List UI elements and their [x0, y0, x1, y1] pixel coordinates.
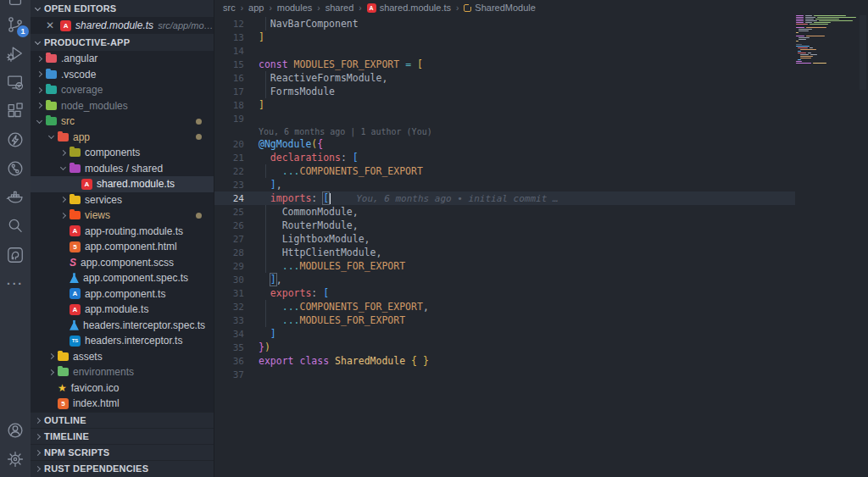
- section-timeline[interactable]: TIMELINE: [31, 428, 214, 444]
- remote-explorer-icon[interactable]: [0, 68, 31, 97]
- line-number[interactable]: 19: [214, 114, 259, 125]
- code-line[interactable]: 15const MODULES_FOR_EXPORT = [: [214, 58, 868, 71]
- code-line[interactable]: 37: [214, 368, 868, 381]
- tree-file-row[interactable]: headers.interceptor.spec.ts: [31, 318, 214, 334]
- line-number[interactable]: 25: [214, 207, 259, 218]
- tree-folder-row[interactable]: environments: [31, 364, 214, 380]
- tree-file-row[interactable]: Aapp.module.ts: [31, 302, 214, 318]
- tree-folder-row[interactable]: app: [31, 130, 214, 146]
- code-line[interactable]: 18]: [214, 98, 868, 112]
- minimap[interactable]: [796, 15, 860, 66]
- code-line[interactable]: 26 RouterModule,: [214, 219, 868, 232]
- line-number[interactable]: 15: [214, 59, 259, 70]
- extensions-icon[interactable]: [0, 97, 31, 125]
- account-icon[interactable]: [0, 416, 31, 445]
- section-outline[interactable]: OUTLINE: [31, 412, 214, 428]
- tree-file-row[interactable]: app.component.spec.ts: [31, 270, 214, 286]
- code-line[interactable]: 23 ],: [214, 178, 868, 191]
- line-number[interactable]: 14: [214, 46, 259, 57]
- line-number[interactable]: 36: [214, 356, 259, 367]
- code-line[interactable]: 36export class SharedModule { }: [214, 354, 868, 368]
- code-line[interactable]: 25 CommonModule,: [214, 205, 868, 219]
- line-number[interactable]: 23: [214, 180, 259, 191]
- line-number[interactable]: 28: [214, 247, 259, 258]
- line-number[interactable]: 26: [214, 220, 259, 231]
- code-line[interactable]: 13]: [214, 31, 868, 44]
- line-number[interactable]: 27: [214, 234, 259, 245]
- tree-file-row[interactable]: Aapp-routing.module.ts: [31, 224, 214, 240]
- postgres-icon[interactable]: [0, 241, 31, 269]
- code-line[interactable]: 14: [214, 44, 868, 58]
- line-number[interactable]: 24: [214, 193, 259, 204]
- tree-file-row[interactable]: 5index.html: [31, 396, 214, 412]
- code-line[interactable]: 34 ]: [214, 327, 868, 341]
- code-line[interactable]: 33 ...MODULES_FOR_EXPORT: [214, 313, 868, 327]
- line-number[interactable]: 33: [214, 315, 259, 326]
- files-icon[interactable]: [0, 0, 31, 10]
- line-number[interactable]: 31: [214, 288, 259, 299]
- thunder-client-icon[interactable]: [0, 125, 31, 154]
- tree-file-row[interactable]: Sapp.component.scss: [31, 255, 214, 271]
- tree-folder-row[interactable]: components: [31, 145, 214, 161]
- code-line[interactable]: 24 imports: [You, 6 months ago • initial…: [214, 191, 795, 205]
- line-number[interactable]: 22: [214, 166, 259, 177]
- code-line[interactable]: 12 NavBarComponent: [214, 17, 868, 31]
- breadcrumb-file[interactable]: A shared.module.ts: [367, 3, 451, 13]
- line-number[interactable]: 18: [214, 100, 259, 111]
- tree-folder-row[interactable]: views: [31, 208, 214, 224]
- tree-folder-row[interactable]: modules / shared: [31, 161, 214, 177]
- project-root-header[interactable]: PRODUCTIVE-APP: [31, 34, 214, 51]
- open-editor-item[interactable]: ✕ A shared.module.ts src/app/mo…: [31, 17, 214, 34]
- code-line[interactable]: 35}): [214, 341, 868, 354]
- open-editors-header[interactable]: OPEN EDITORS: [31, 0, 214, 17]
- tree-folder-row[interactable]: src: [31, 114, 214, 130]
- code-line[interactable]: 19: [214, 112, 868, 125]
- line-number[interactable]: 17: [214, 86, 259, 97]
- line-number[interactable]: 16: [214, 73, 259, 84]
- line-number[interactable]: 12: [214, 19, 259, 30]
- tree-folder-row[interactable]: services: [31, 192, 214, 208]
- commit-graph-icon[interactable]: [0, 154, 31, 183]
- code-line[interactable]: 28 HttpClientModule,: [214, 246, 868, 259]
- code-line[interactable]: 16 ReactiveFormsModule,: [214, 71, 868, 85]
- line-number[interactable]: 34: [214, 329, 259, 340]
- code-line[interactable]: 32 ...COMPONENTS_FOR_EXPORT,: [214, 300, 868, 313]
- source-control-icon[interactable]: 1: [0, 10, 31, 39]
- section-npm-scripts[interactable]: NPM SCRIPTS: [31, 444, 214, 460]
- breadcrumb-app[interactable]: app: [248, 3, 264, 13]
- section-rust-dependencies[interactable]: RUST DEPENDENCIES: [31, 460, 214, 476]
- breadcrumb-src[interactable]: src: [223, 3, 236, 13]
- line-number[interactable]: 20: [214, 139, 259, 150]
- docker-icon[interactable]: [0, 183, 31, 212]
- line-number[interactable]: 21: [214, 153, 259, 164]
- editor-scrollbar[interactable]: [860, 15, 866, 90]
- code-line[interactable]: 31 exports: [: [214, 286, 868, 300]
- tree-folder-row[interactable]: coverage: [31, 82, 214, 98]
- breadcrumb-modules[interactable]: modules: [277, 3, 313, 13]
- code-line[interactable]: 21 declarations: [: [214, 151, 868, 164]
- more-actions-icon[interactable]: ···: [0, 269, 31, 298]
- tree-folder-row[interactable]: .vscode: [31, 67, 214, 83]
- line-number[interactable]: 37: [214, 369, 259, 380]
- code-line[interactable]: 22 ...COMPONENTS_FOR_EXPORT: [214, 164, 868, 178]
- code-line[interactable]: 29 ...MODULES_FOR_EXPORT: [214, 259, 868, 273]
- run-debug-icon[interactable]: [0, 39, 31, 68]
- code-line[interactable]: 30 ],: [214, 273, 868, 286]
- tree-folder-row[interactable]: node_modules: [31, 98, 214, 114]
- tree-file-row[interactable]: Aapp.component.ts: [31, 286, 214, 302]
- tree-folder-row[interactable]: assets: [31, 349, 214, 365]
- line-number[interactable]: 35: [214, 342, 259, 353]
- tree-file-row[interactable]: TSheaders.interceptor.ts: [31, 333, 214, 349]
- line-number[interactable]: 29: [214, 261, 259, 272]
- line-number[interactable]: 30: [214, 275, 259, 286]
- tree-folder-row[interactable]: .angular: [31, 51, 214, 67]
- close-icon[interactable]: ✕: [46, 20, 54, 31]
- breadcrumb-symbol[interactable]: SharedModule: [464, 3, 536, 13]
- code-line[interactable]: 17 FormsModule: [214, 85, 868, 98]
- codelens-annotation[interactable]: You, 6 months ago | 1 author (You): [214, 125, 868, 137]
- search-icon[interactable]: [0, 212, 31, 241]
- tree-file-row[interactable]: ★favicon.ico: [31, 380, 214, 397]
- tree-file-row[interactable]: 5app.component.html: [31, 239, 214, 255]
- code-line[interactable]: 27 LightboxModule,: [214, 232, 868, 246]
- code-line[interactable]: 20@NgModule({: [214, 137, 868, 151]
